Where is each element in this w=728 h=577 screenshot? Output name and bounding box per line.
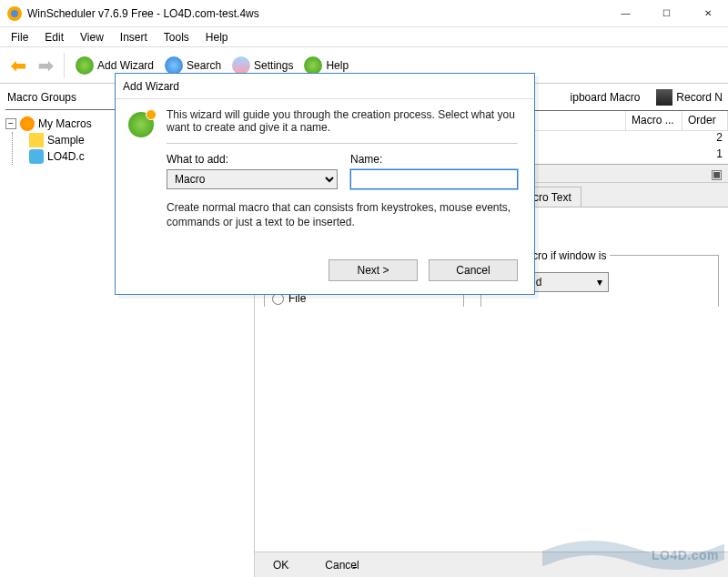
dialog-title: Add Wizard	[116, 74, 534, 99]
cell-order: 2	[682, 131, 728, 147]
minimize-button[interactable]: —	[605, 0, 646, 26]
clipboard-macro-button[interactable]: ipboard Macro	[571, 91, 641, 104]
editor-button-bar: OK Cancel	[255, 552, 728, 577]
menu-edit[interactable]: Edit	[45, 31, 64, 44]
search-label: Search	[187, 59, 221, 72]
folder-icon	[20, 116, 35, 131]
wizard-description: Create normal macro that can consists fr…	[167, 200, 518, 229]
maximize-button[interactable]: ☐	[646, 0, 687, 26]
next-button[interactable]: Next >	[329, 259, 418, 281]
macro-icon	[29, 149, 44, 164]
record-icon	[656, 89, 672, 106]
chevron-down-icon: ▾	[597, 276, 602, 288]
close-button[interactable]: ✕	[687, 0, 728, 26]
ok-button[interactable]: OK	[273, 559, 288, 572]
settings-label: Settings	[254, 59, 293, 72]
window-controls: — ☐ ✕	[605, 0, 728, 26]
dialog-cancel-button[interactable]: Cancel	[429, 259, 518, 281]
titlebar: WinScheduler v7.6.9 Free - LO4D.com-test…	[0, 0, 728, 27]
what-to-add-select[interactable]: Macro	[167, 169, 338, 189]
menu-help[interactable]: Help	[206, 31, 228, 44]
help-icon	[304, 56, 322, 75]
name-input[interactable]	[350, 169, 518, 189]
cell-order: 1	[682, 147, 728, 164]
col-macro[interactable]: Macro ...	[626, 111, 682, 130]
window-title: WinScheduler v7.6.9 Free - LO4D.com-test…	[27, 7, 259, 20]
record-button[interactable]: Record N	[656, 89, 723, 106]
wizard-icon	[128, 112, 154, 137]
clipboard-macro-label: ipboard Macro	[571, 91, 641, 104]
wizard-intro-text: This wizard will guide you through the c…	[167, 108, 518, 144]
menu-tools[interactable]: Tools	[164, 31, 189, 44]
cancel-button[interactable]: Cancel	[325, 559, 359, 572]
folder-icon	[29, 133, 44, 147]
menu-view[interactable]: View	[80, 31, 104, 44]
what-to-add-label: What to add:	[167, 153, 338, 166]
back-button[interactable]: ⬅	[5, 53, 31, 78]
toolbar-separator	[64, 53, 68, 78]
name-label: Name:	[350, 153, 518, 166]
menubar: File Edit View Insert Tools Help	[0, 27, 728, 47]
col-order[interactable]: Order	[682, 111, 728, 130]
add-wizard-icon	[76, 56, 94, 75]
menu-insert[interactable]: Insert	[120, 31, 147, 44]
add-wizard-dialog: Add Wizard This wizard will guide you th…	[115, 73, 535, 295]
record-label: Record N	[676, 91, 723, 104]
tree-root-label: My Macros	[38, 117, 92, 130]
add-wizard-label: Add Wizard	[97, 59, 154, 72]
help-label: Help	[326, 59, 349, 72]
forward-button[interactable]: ➡	[33, 53, 58, 78]
panel-maximize-icon[interactable]: ▣	[711, 167, 723, 181]
tree-lo4d-label: LO4D.c	[47, 150, 85, 163]
menu-file[interactable]: File	[11, 31, 28, 44]
tree-expander-icon[interactable]: −	[5, 118, 16, 129]
tree-sample-label: Sample	[47, 134, 85, 147]
settings-icon	[232, 56, 250, 75]
app-icon	[7, 6, 22, 21]
search-icon	[165, 56, 183, 75]
